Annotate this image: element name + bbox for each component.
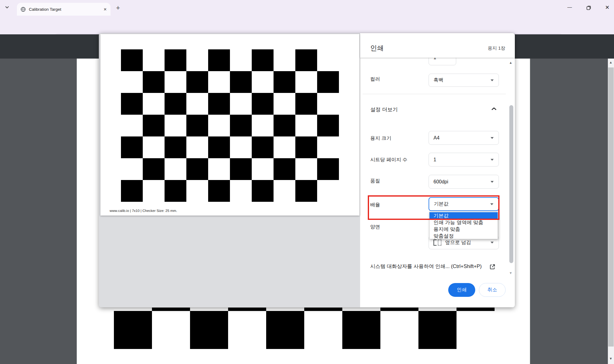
more-settings-label[interactable]: 설정 더보기 [370,106,398,113]
checker-square-behind [418,311,457,349]
scale-option[interactable]: 인쇄 가능 영역에 맞춤 [429,219,498,226]
print-dialog-title: 인쇄 [370,44,384,53]
checker-square [295,180,317,202]
paper-size-label: 용지 크기 [370,135,391,142]
checker-square [143,115,165,136]
checker-square [252,180,274,202]
scale-select[interactable]: 기본값 [429,197,499,211]
color-label: 컬러 [370,76,380,82]
checker-square [230,71,252,93]
chevron-down-icon [491,137,494,139]
checker-square-behind [152,308,190,311]
checker-square [165,49,186,71]
minimize-button[interactable]: — [567,4,572,10]
address-bar-row: ← → ↻ 파일 C:/Program%20Files/CAPLANET/Utt… [0,16,614,34]
checker-square-behind [304,308,342,311]
chevron-down-icon [491,242,494,243]
tab-search-chevron-icon[interactable] [4,4,10,10]
scroll-down-icon[interactable]: ▼ [609,357,612,360]
checker-square [317,115,339,136]
checker-square [274,115,295,136]
checker-square [230,115,252,136]
duplex-label: 양면 [370,224,380,230]
quality-label: 품질 [370,178,380,184]
paper-size-select[interactable]: A4 [429,131,499,145]
checker-square-behind [457,308,495,311]
scale-label: 배율 [370,202,380,208]
checker-square-behind [380,308,418,311]
pages-per-sheet-select[interactable]: 1 [429,153,499,167]
pages-per-sheet-label: 시트당 페이지 수 [370,157,407,163]
checker-square [121,93,143,115]
checker-square-behind [228,308,266,311]
checker-square-behind [114,311,152,349]
chevron-down-icon [491,79,494,81]
scale-option[interactable]: 맞춤설정 [429,232,498,239]
checker-square [186,71,208,93]
checker-square [208,180,230,202]
checkerboard-preview [121,49,339,202]
checker-square [274,71,295,93]
checker-square-behind [342,311,380,349]
checker-square [165,93,186,115]
checker-square [208,49,230,71]
section-divider [363,94,506,94]
scale-option[interactable]: 기본값 [429,212,498,219]
system-print-dialog-link[interactable]: 시스템 대화상자를 사용하여 인쇄... (Ctrl+Shift+P) [370,263,482,270]
cancel-button[interactable]: 취소 [479,283,506,297]
chevron-up-icon[interactable] [491,107,497,111]
panel-scroll-up-icon[interactable]: ▲ [509,61,512,64]
scale-dropdown-list: 기본값인쇄 가능 영역에 맞춤용지에 맞춤맞춤설정 [429,212,498,239]
checker-square [121,49,143,71]
viewer-scrollbar-thumb[interactable] [608,67,614,347]
checker-square [165,180,186,202]
checkerboard-caption: www.calib.io | 7x10 | Checker Size: 25 m… [110,209,177,213]
checker-square [317,71,339,93]
chevron-down-icon [491,159,494,161]
checker-square [295,49,317,71]
checker-square [295,93,317,115]
browser-tab[interactable]: Calibration Target ✕ [17,3,111,16]
new-tab-button[interactable]: + [116,5,120,11]
viewer-scrollbar[interactable]: ▲ ▼ [608,59,614,364]
maximize-button[interactable] [586,6,591,10]
checker-square [252,136,274,158]
checker-square [295,136,317,158]
checker-square [317,158,339,180]
checker-square [143,158,165,180]
print-button[interactable]: 인쇄 [448,283,475,297]
checker-square-behind [190,311,228,349]
checker-square [121,136,143,158]
favicon-globe-icon [21,7,26,12]
checker-square [252,49,274,71]
checker-square [208,136,230,158]
checker-square [121,180,143,202]
checker-square [186,158,208,180]
checker-square-behind [266,311,304,349]
checker-square [208,93,230,115]
panel-scroll-down-icon[interactable]: ▼ [509,271,512,275]
scale-option[interactable]: 용지에 맞춤 [429,226,498,232]
checker-square [143,71,165,93]
checker-square [274,158,295,180]
checker-square [186,115,208,136]
chevron-down-icon [491,181,494,183]
checker-square [252,93,274,115]
checker-square [165,136,186,158]
viewer-background-left [0,59,77,364]
sheet-count: 용지 1장 [479,45,505,51]
close-window-button[interactable]: ✕ [605,4,609,11]
flip-long-edge-icon [433,239,441,246]
quality-select[interactable]: 600dpi [429,175,499,189]
browser-window: Calibration Target ✕ + — ✕ ← → ↻ 파일 C:/P… [0,0,614,364]
tab-title: Calibration Target [29,7,103,12]
panel-scrollbar-thumb[interactable] [509,105,513,263]
viewer-background-right [530,59,608,364]
tab-strip: Calibration Target ✕ + — ✕ [0,0,614,16]
chevron-down-icon [490,203,493,205]
scroll-up-icon[interactable]: ▲ [609,60,612,64]
color-select[interactable]: 흑백 [429,74,499,87]
checker-square [230,158,252,180]
external-link-icon[interactable] [489,264,495,270]
tab-close-icon[interactable]: ✕ [103,7,107,12]
